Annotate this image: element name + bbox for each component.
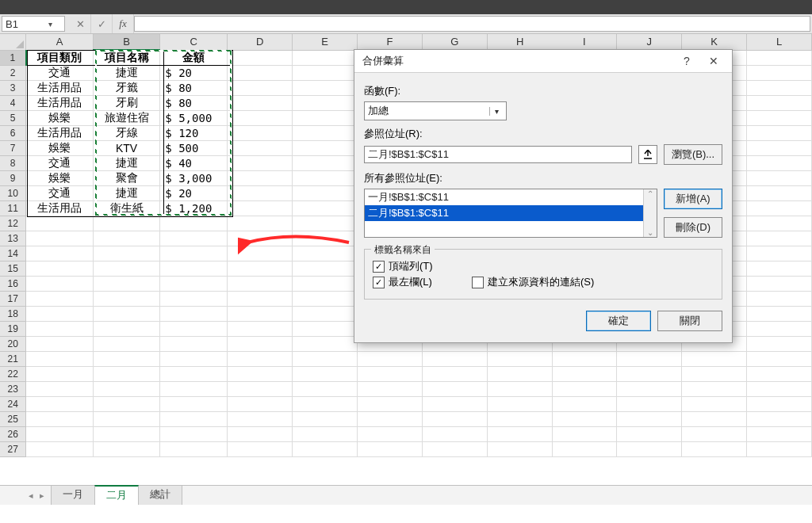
cell[interactable] [682,397,747,412]
cell[interactable] [293,442,358,457]
cell[interactable] [93,262,159,277]
cell[interactable] [552,427,617,442]
cell[interactable]: $ 1,200 [160,201,228,216]
column-header[interactable]: B [93,34,159,50]
cell[interactable] [747,352,812,367]
cell[interactable] [293,231,358,246]
cell[interactable] [160,412,228,427]
cell[interactable] [228,126,293,141]
row-header[interactable]: 19 [0,322,26,337]
row-header[interactable]: 24 [0,397,26,412]
cell[interactable] [487,352,552,367]
cell[interactable] [747,397,812,412]
cell[interactable]: 牙線 [93,126,159,141]
cell[interactable] [358,427,423,442]
cell[interactable] [358,382,423,397]
cell[interactable]: $ 5,000 [160,111,228,126]
cell[interactable]: $ 80 [160,96,228,111]
cell[interactable] [26,292,93,307]
cell[interactable] [228,231,293,246]
cell[interactable] [293,322,358,337]
cell[interactable] [228,397,293,412]
cell[interactable] [26,262,93,277]
create-links-checkbox[interactable]: 建立來源資料的連結(S) [472,275,594,289]
cell[interactable] [617,442,682,457]
cell[interactable] [293,352,358,367]
cell[interactable] [160,397,228,412]
cell[interactable]: 生活用品 [26,81,93,96]
cell[interactable]: 娛樂 [26,171,93,186]
cell[interactable] [747,427,812,442]
cell[interactable] [747,337,812,352]
cell[interactable] [617,412,682,427]
cell[interactable] [228,277,293,292]
row-header[interactable]: 8 [0,156,26,171]
cell[interactable] [293,141,358,156]
cell[interactable] [293,171,358,186]
cell[interactable] [487,397,552,412]
cell[interactable] [293,292,358,307]
select-all-corner[interactable] [0,34,26,50]
cell[interactable] [160,367,228,382]
cell[interactable] [26,322,93,337]
row-header[interactable]: 13 [0,231,26,246]
cell[interactable] [93,412,159,427]
cell[interactable] [26,231,93,246]
cell[interactable] [228,216,293,231]
cell[interactable] [617,397,682,412]
cell[interactable] [358,442,423,457]
cell[interactable] [747,231,812,246]
sheet-tab[interactable]: 總計 [138,485,182,505]
cell[interactable] [293,427,358,442]
cell[interactable] [293,50,358,66]
cell[interactable] [487,412,552,427]
cell[interactable] [747,262,812,277]
cell[interactable] [682,352,747,367]
cell[interactable] [160,246,228,262]
cell[interactable] [26,337,93,352]
cell[interactable] [552,382,617,397]
cell[interactable] [552,352,617,367]
ok-button[interactable]: 確定 [586,311,651,331]
dialog-close-button[interactable]: ✕ [700,50,727,72]
cell[interactable] [228,307,293,322]
column-header[interactable]: D [228,34,293,50]
cell[interactable] [747,66,812,81]
row-header[interactable]: 4 [0,96,26,111]
cell[interactable] [228,427,293,442]
cell[interactable] [160,216,228,231]
cell[interactable] [160,307,228,322]
row-header[interactable]: 20 [0,337,26,352]
sheet-tab[interactable]: 一月 [51,485,95,505]
cell[interactable]: 生活用品 [26,126,93,141]
cell[interactable] [293,201,358,216]
cell[interactable] [26,427,93,442]
row-header[interactable]: 6 [0,126,26,141]
left-col-checkbox[interactable]: ✓ 最左欄(L) [373,275,432,289]
column-header[interactable]: F [358,34,423,50]
cell[interactable] [552,412,617,427]
cell[interactable] [422,427,487,442]
cell[interactable]: $ 120 [160,126,228,141]
insert-function-button[interactable]: fx [113,14,134,33]
cell[interactable] [747,412,812,427]
cell[interactable] [358,367,423,382]
column-header[interactable]: I [552,34,617,50]
add-button[interactable]: 新增(A) [664,189,722,209]
cell[interactable]: $ 40 [160,156,228,171]
cell[interactable] [228,96,293,111]
cell[interactable] [487,367,552,382]
row-header[interactable]: 21 [0,352,26,367]
cell[interactable] [93,231,159,246]
cell[interactable] [160,231,228,246]
cell[interactable] [747,141,812,156]
cell[interactable]: 交通 [26,156,93,171]
cell[interactable] [552,397,617,412]
cell[interactable]: 生活用品 [26,201,93,216]
cell[interactable] [293,337,358,352]
column-header[interactable]: L [747,34,812,50]
delete-button[interactable]: 刪除(D) [664,217,722,238]
cell[interactable] [293,111,358,126]
cell[interactable] [747,81,812,96]
row-header[interactable]: 3 [0,81,26,96]
